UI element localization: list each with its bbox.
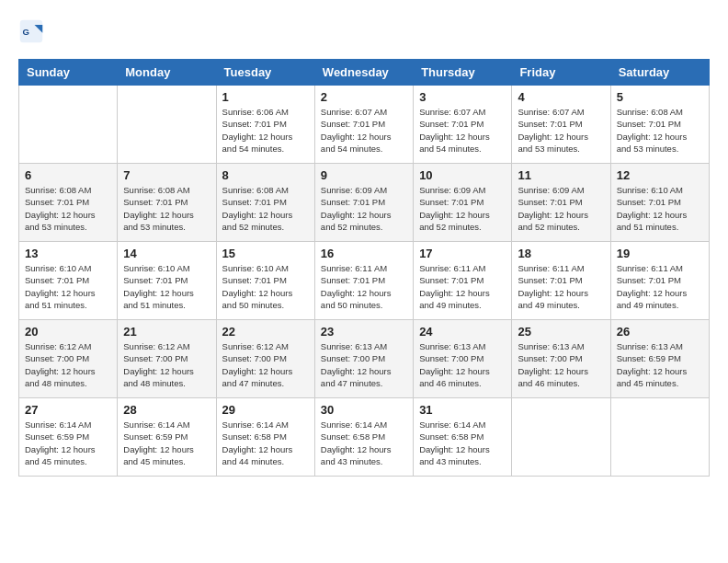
day-number: 16	[321, 247, 407, 260]
day-number: 24	[419, 325, 506, 339]
day-cell-15: 15Sunrise: 6:10 AM Sunset: 7:01 PM Dayli…	[216, 242, 314, 320]
empty-day-cell	[118, 86, 216, 164]
day-info: Sunrise: 6:10 AM Sunset: 7:01 PM Dayligh…	[617, 184, 703, 233]
day-cell-30: 30Sunrise: 6:14 AM Sunset: 6:58 PM Dayli…	[314, 398, 413, 477]
day-cell-31: 31Sunrise: 6:14 AM Sunset: 6:58 PM Dayli…	[414, 398, 512, 477]
day-number: 8	[222, 168, 309, 182]
day-info: Sunrise: 6:09 AM Sunset: 7:01 PM Dayligh…	[419, 184, 506, 233]
day-number: 5	[617, 90, 703, 104]
column-header-tuesday: Tuesday	[216, 60, 314, 86]
day-cell-9: 9Sunrise: 6:09 AM Sunset: 7:01 PM Daylig…	[314, 164, 413, 242]
day-info: Sunrise: 6:06 AM Sunset: 7:01 PM Dayligh…	[222, 106, 309, 155]
day-info: Sunrise: 6:10 AM Sunset: 7:01 PM Dayligh…	[123, 262, 210, 311]
day-info: Sunrise: 6:09 AM Sunset: 7:01 PM Dayligh…	[518, 184, 604, 233]
day-info: Sunrise: 6:12 AM Sunset: 7:00 PM Dayligh…	[25, 340, 111, 389]
column-header-thursday: Thursday	[414, 60, 512, 86]
day-cell-29: 29Sunrise: 6:14 AM Sunset: 6:58 PM Dayli…	[216, 398, 314, 477]
day-info: Sunrise: 6:11 AM Sunset: 7:01 PM Dayligh…	[321, 262, 407, 311]
day-number: 29	[222, 403, 309, 417]
day-info: Sunrise: 6:08 AM Sunset: 7:01 PM Dayligh…	[222, 184, 309, 233]
day-cell-25: 25Sunrise: 6:13 AM Sunset: 7:00 PM Dayli…	[512, 320, 610, 398]
day-info: Sunrise: 6:14 AM Sunset: 6:59 PM Dayligh…	[123, 419, 210, 467]
day-info: Sunrise: 6:11 AM Sunset: 7:01 PM Dayligh…	[518, 262, 604, 311]
calendar-table: SundayMondayTuesdayWednesdayThursdayFrid…	[18, 59, 710, 477]
day-number: 2	[321, 90, 407, 104]
day-cell-17: 17Sunrise: 6:11 AM Sunset: 7:01 PM Dayli…	[414, 242, 512, 320]
day-number: 1	[222, 90, 309, 104]
day-cell-6: 6Sunrise: 6:08 AM Sunset: 7:01 PM Daylig…	[19, 164, 118, 242]
day-number: 17	[419, 247, 506, 260]
column-header-monday: Monday	[118, 60, 216, 86]
day-info: Sunrise: 6:10 AM Sunset: 7:01 PM Dayligh…	[222, 262, 309, 311]
day-cell-22: 22Sunrise: 6:12 AM Sunset: 7:00 PM Dayli…	[216, 320, 314, 398]
day-info: Sunrise: 6:13 AM Sunset: 7:00 PM Dayligh…	[321, 340, 407, 389]
day-info: Sunrise: 6:12 AM Sunset: 7:00 PM Dayligh…	[123, 340, 210, 389]
day-cell-23: 23Sunrise: 6:13 AM Sunset: 7:00 PM Dayli…	[314, 320, 413, 398]
day-info: Sunrise: 6:14 AM Sunset: 6:58 PM Dayligh…	[419, 419, 506, 467]
day-info: Sunrise: 6:08 AM Sunset: 7:01 PM Dayligh…	[25, 184, 111, 233]
day-cell-14: 14Sunrise: 6:10 AM Sunset: 7:01 PM Dayli…	[118, 242, 216, 320]
calendar-week-row: 6Sunrise: 6:08 AM Sunset: 7:01 PM Daylig…	[19, 164, 710, 242]
day-number: 28	[123, 403, 210, 417]
day-number: 10	[419, 168, 506, 182]
day-number: 15	[222, 247, 309, 260]
day-cell-12: 12Sunrise: 6:10 AM Sunset: 7:01 PM Dayli…	[610, 164, 709, 242]
day-info: Sunrise: 6:08 AM Sunset: 7:01 PM Dayligh…	[123, 184, 210, 233]
day-number: 7	[123, 168, 210, 182]
day-cell-13: 13Sunrise: 6:10 AM Sunset: 7:01 PM Dayli…	[19, 242, 118, 320]
day-info: Sunrise: 6:08 AM Sunset: 7:01 PM Dayligh…	[617, 106, 703, 155]
day-cell-21: 21Sunrise: 6:12 AM Sunset: 7:00 PM Dayli…	[118, 320, 216, 398]
empty-day-cell	[512, 398, 610, 477]
day-cell-2: 2Sunrise: 6:07 AM Sunset: 7:01 PM Daylig…	[314, 86, 413, 164]
day-info: Sunrise: 6:07 AM Sunset: 7:01 PM Dayligh…	[518, 106, 604, 155]
day-number: 3	[419, 90, 506, 104]
calendar-header-row: SundayMondayTuesdayWednesdayThursdayFrid…	[19, 60, 710, 86]
column-header-saturday: Saturday	[610, 60, 709, 86]
day-info: Sunrise: 6:14 AM Sunset: 6:58 PM Dayligh…	[222, 419, 309, 467]
day-cell-5: 5Sunrise: 6:08 AM Sunset: 7:01 PM Daylig…	[610, 86, 709, 164]
day-info: Sunrise: 6:12 AM Sunset: 7:00 PM Dayligh…	[222, 340, 309, 389]
day-info: Sunrise: 6:11 AM Sunset: 7:01 PM Dayligh…	[617, 262, 703, 311]
day-number: 9	[321, 168, 407, 182]
day-cell-28: 28Sunrise: 6:14 AM Sunset: 6:59 PM Dayli…	[118, 398, 216, 477]
day-number: 21	[123, 325, 210, 339]
day-cell-10: 10Sunrise: 6:09 AM Sunset: 7:01 PM Dayli…	[414, 164, 512, 242]
column-header-friday: Friday	[512, 60, 610, 86]
day-cell-7: 7Sunrise: 6:08 AM Sunset: 7:01 PM Daylig…	[118, 164, 216, 242]
day-number: 6	[25, 168, 111, 182]
page-header: G	[18, 18, 710, 44]
day-number: 26	[617, 325, 703, 339]
day-number: 18	[518, 247, 604, 260]
logo-icon: G	[18, 18, 44, 44]
day-cell-18: 18Sunrise: 6:11 AM Sunset: 7:01 PM Dayli…	[512, 242, 610, 320]
day-info: Sunrise: 6:14 AM Sunset: 6:58 PM Dayligh…	[321, 419, 407, 467]
calendar-week-row: 1Sunrise: 6:06 AM Sunset: 7:01 PM Daylig…	[19, 86, 710, 164]
day-cell-16: 16Sunrise: 6:11 AM Sunset: 7:01 PM Dayli…	[314, 242, 413, 320]
day-cell-8: 8Sunrise: 6:08 AM Sunset: 7:01 PM Daylig…	[216, 164, 314, 242]
day-number: 13	[25, 247, 111, 260]
day-number: 31	[419, 403, 506, 417]
day-cell-27: 27Sunrise: 6:14 AM Sunset: 6:59 PM Dayli…	[19, 398, 118, 477]
day-info: Sunrise: 6:07 AM Sunset: 7:01 PM Dayligh…	[419, 106, 506, 155]
day-number: 4	[518, 90, 604, 104]
calendar-week-row: 27Sunrise: 6:14 AM Sunset: 6:59 PM Dayli…	[19, 398, 710, 477]
day-number: 19	[617, 247, 703, 260]
day-cell-3: 3Sunrise: 6:07 AM Sunset: 7:01 PM Daylig…	[414, 86, 512, 164]
day-number: 20	[25, 325, 111, 339]
day-number: 30	[321, 403, 407, 417]
calendar-week-row: 13Sunrise: 6:10 AM Sunset: 7:01 PM Dayli…	[19, 242, 710, 320]
day-cell-20: 20Sunrise: 6:12 AM Sunset: 7:00 PM Dayli…	[19, 320, 118, 398]
day-info: Sunrise: 6:13 AM Sunset: 7:00 PM Dayligh…	[518, 340, 604, 389]
day-number: 11	[518, 168, 604, 182]
day-cell-19: 19Sunrise: 6:11 AM Sunset: 7:01 PM Dayli…	[610, 242, 709, 320]
day-cell-11: 11Sunrise: 6:09 AM Sunset: 7:01 PM Dayli…	[512, 164, 610, 242]
day-number: 14	[123, 247, 210, 260]
day-cell-24: 24Sunrise: 6:13 AM Sunset: 7:00 PM Dayli…	[414, 320, 512, 398]
day-cell-26: 26Sunrise: 6:13 AM Sunset: 6:59 PM Dayli…	[610, 320, 709, 398]
day-info: Sunrise: 6:07 AM Sunset: 7:01 PM Dayligh…	[321, 106, 407, 155]
logo: G	[18, 18, 48, 44]
svg-text:G: G	[22, 27, 28, 37]
day-info: Sunrise: 6:13 AM Sunset: 6:59 PM Dayligh…	[617, 340, 703, 389]
day-cell-4: 4Sunrise: 6:07 AM Sunset: 7:01 PM Daylig…	[512, 86, 610, 164]
day-number: 12	[617, 168, 703, 182]
